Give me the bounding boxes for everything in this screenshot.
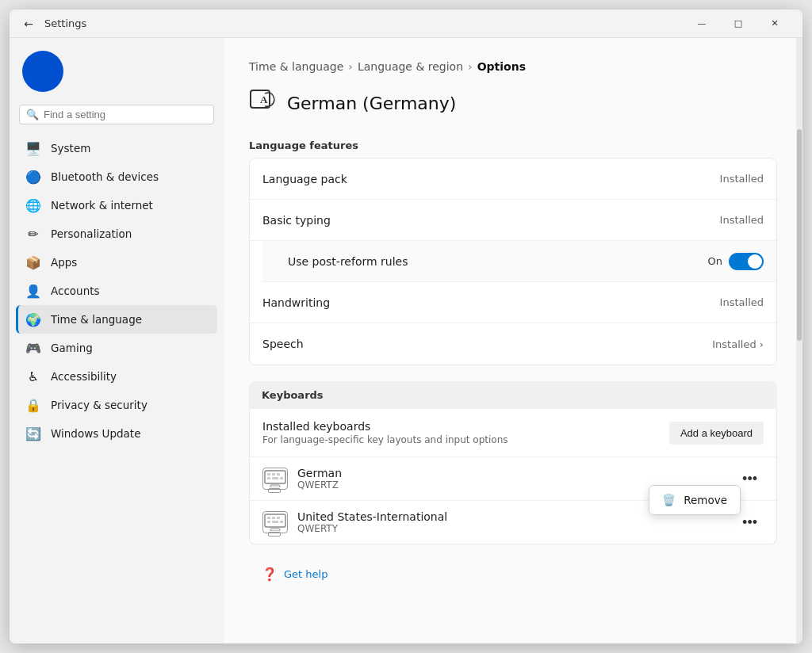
footer: ❓ Get help bbox=[249, 557, 777, 591]
keyboards-header-text: Installed keyboards For language-specifi… bbox=[262, 420, 669, 445]
window-title: Settings bbox=[44, 17, 684, 29]
sidebar-item-network[interactable]: 🌐 Network & internet bbox=[16, 191, 217, 220]
keyboard-us-intl-sub: QWERTY bbox=[297, 523, 726, 534]
sidebar-item-label: Privacy & security bbox=[51, 399, 147, 411]
handwriting-label: Handwriting bbox=[262, 296, 720, 309]
get-help-link[interactable]: Get help bbox=[284, 568, 327, 580]
sidebar-item-label: Gaming bbox=[51, 342, 93, 354]
keyboards-section-label: Keyboards bbox=[249, 381, 777, 409]
get-help-icon: ❓ bbox=[262, 567, 278, 582]
post-reform-toggle[interactable] bbox=[729, 253, 764, 270]
svg-rect-11 bbox=[267, 517, 270, 519]
svg-rect-16 bbox=[280, 521, 283, 523]
keyboards-card: Installed keyboards For language-specifi… bbox=[249, 409, 777, 544]
keyboard-us-intl-more-button[interactable]: ••• bbox=[736, 511, 764, 534]
handwriting-row[interactable]: Handwriting Installed bbox=[250, 282, 776, 323]
accessibility-icon: ♿ bbox=[25, 369, 41, 384]
sidebar-item-accessibility[interactable]: ♿ Accessibility bbox=[16, 362, 217, 391]
sidebar-item-label: Apps bbox=[51, 256, 77, 269]
back-button[interactable]: ← bbox=[19, 14, 38, 33]
speech-row[interactable]: Speech Installed › bbox=[250, 323, 776, 365]
post-reform-label: Use post-reform rules bbox=[288, 255, 708, 268]
svg-text:A: A bbox=[260, 94, 268, 105]
accounts-icon: 👤 bbox=[25, 283, 41, 299]
breadcrumb-part-1[interactable]: Time & language bbox=[249, 60, 343, 73]
sidebar: 🔍 🖥️ System 🔵 Bluetooth & devices 🌐 Netw… bbox=[10, 38, 224, 643]
minimize-button[interactable]: — bbox=[684, 10, 720, 38]
toggle-on-label: On bbox=[708, 255, 722, 267]
update-icon: 🔄 bbox=[25, 426, 41, 441]
main-panel: Time & language › Language & region › Op… bbox=[224, 38, 802, 643]
sidebar-item-privacy-security[interactable]: 🔒 Privacy & security bbox=[16, 391, 217, 419]
window-controls: — □ ✕ bbox=[684, 10, 793, 38]
svg-rect-14 bbox=[267, 521, 270, 523]
post-reform-row[interactable]: Use post-reform rules On bbox=[262, 241, 776, 282]
personalization-icon: ✏️ bbox=[25, 226, 41, 242]
language-features-label: Language features bbox=[249, 139, 777, 151]
avatar bbox=[22, 51, 63, 92]
svg-rect-4 bbox=[272, 473, 275, 475]
privacy-icon: 🔒 bbox=[25, 397, 41, 413]
system-icon: 🖥️ bbox=[25, 140, 41, 156]
svg-rect-7 bbox=[272, 477, 278, 479]
sidebar-item-apps[interactable]: 📦 Apps bbox=[16, 248, 217, 277]
keyboards-section: Keyboards Installed keyboards For langua… bbox=[249, 381, 777, 544]
keyboard-german-more-button[interactable]: ••• bbox=[736, 468, 764, 491]
context-menu: 🗑️ Remove bbox=[649, 485, 741, 515]
page-icon: A bbox=[249, 86, 278, 120]
search-input[interactable] bbox=[44, 109, 207, 120]
close-button[interactable]: ✕ bbox=[756, 10, 793, 38]
svg-rect-6 bbox=[267, 477, 270, 479]
sidebar-item-label: Personalization bbox=[51, 227, 132, 240]
sidebar-item-label: Windows Update bbox=[51, 427, 140, 440]
sidebar-item-accounts[interactable]: 👤 Accounts bbox=[16, 277, 217, 305]
sidebar-item-personalization[interactable]: ✏️ Personalization bbox=[16, 220, 217, 248]
titlebar: ← Settings — □ ✕ bbox=[10, 10, 802, 38]
sidebar-item-label: Accounts bbox=[51, 284, 100, 297]
svg-rect-3 bbox=[267, 473, 270, 475]
main-content: 🔍 🖥️ System 🔵 Bluetooth & devices 🌐 Netw… bbox=[10, 38, 802, 643]
sidebar-item-bluetooth[interactable]: 🔵 Bluetooth & devices bbox=[16, 162, 217, 191]
scrollbar-track[interactable] bbox=[796, 38, 802, 643]
gaming-icon: 🎮 bbox=[25, 340, 41, 356]
sidebar-item-system[interactable]: 🖥️ System bbox=[16, 134, 217, 162]
search-icon: 🔍 bbox=[26, 109, 39, 120]
speech-value: Installed › bbox=[712, 338, 764, 350]
svg-rect-8 bbox=[280, 477, 283, 479]
trash-icon: 🗑️ bbox=[662, 494, 676, 506]
speech-label: Speech bbox=[262, 338, 712, 350]
scrollbar-thumb[interactable] bbox=[797, 129, 802, 341]
installed-keyboards-title: Installed keyboards bbox=[262, 420, 669, 433]
language-pack-row[interactable]: Language pack Installed bbox=[250, 158, 776, 200]
sidebar-item-label: Time & language bbox=[51, 313, 142, 326]
breadcrumb-sep-1: › bbox=[348, 60, 353, 73]
svg-rect-13 bbox=[277, 517, 280, 519]
context-menu-remove[interactable]: 🗑️ Remove bbox=[649, 486, 740, 514]
add-keyboard-button[interactable]: Add a keyboard bbox=[669, 422, 764, 445]
sidebar-item-windows-update[interactable]: 🔄 Windows Update bbox=[16, 419, 217, 448]
page-title: German (Germany) bbox=[287, 94, 456, 113]
sidebar-item-time-language[interactable]: 🌍 Time & language bbox=[16, 305, 217, 334]
sidebar-item-label: Accessibility bbox=[51, 370, 117, 383]
breadcrumb-sep-2: › bbox=[468, 60, 473, 73]
keyboard-row-us-intl: United States-International QWERTY ••• 🗑… bbox=[250, 501, 776, 544]
bluetooth-icon: 🔵 bbox=[25, 169, 41, 185]
basic-typing-row[interactable]: Basic typing Installed bbox=[250, 200, 776, 241]
keyboards-header: Installed keyboards For language-specifi… bbox=[250, 409, 776, 457]
settings-window: ← Settings — □ ✕ 🔍 🖥️ System 🔵 Bluetooth… bbox=[10, 10, 802, 643]
svg-rect-12 bbox=[272, 517, 275, 519]
maximize-button[interactable]: □ bbox=[720, 10, 756, 38]
search-box[interactable]: 🔍 bbox=[19, 105, 214, 124]
breadcrumb-current: Options bbox=[477, 60, 526, 73]
breadcrumb: Time & language › Language & region › Op… bbox=[249, 60, 777, 73]
remove-label: Remove bbox=[684, 494, 727, 506]
svg-rect-5 bbox=[277, 473, 280, 475]
keyboard-icon-german bbox=[262, 468, 288, 490]
handwriting-value: Installed bbox=[720, 296, 764, 308]
language-pack-value: Installed bbox=[720, 173, 764, 185]
sidebar-item-gaming[interactable]: 🎮 Gaming bbox=[16, 334, 217, 362]
svg-rect-17 bbox=[270, 529, 280, 531]
sidebar-item-label: Network & internet bbox=[51, 199, 153, 212]
breadcrumb-part-2[interactable]: Language & region bbox=[358, 60, 463, 73]
basic-typing-label: Basic typing bbox=[262, 214, 720, 227]
